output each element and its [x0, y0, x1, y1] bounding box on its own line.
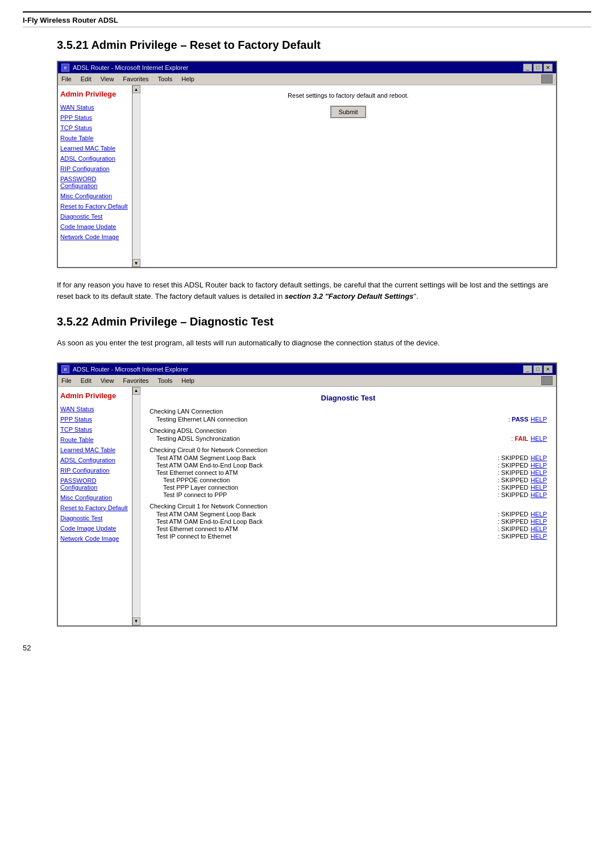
scroll-up-btn-1[interactable]: ▲ — [132, 85, 140, 93]
section1-paragraph-text: If for any reason you have to reset this… — [57, 281, 549, 301]
browser-menubar-items-2: File Edit View Favorites Tools Help — [61, 377, 194, 384]
sidebar-link-pwd-2[interactable]: PASSWORD Configuration — [60, 477, 138, 491]
sidebar-link-reset-1[interactable]: Reset to Factory Default — [60, 203, 138, 210]
diag-skipped-c0-2: SKIPPED — [501, 462, 529, 469]
diag-row-c0-4: Test PPPOE connection : SKIPPED HELP — [150, 477, 547, 483]
sidebar-link-network-2[interactable]: Network Code Image — [60, 535, 138, 542]
browser-title-text-2: ADSL Router - Microsoft Internet Explore… — [73, 366, 188, 373]
menu-view-1[interactable]: View — [101, 76, 114, 82]
diag-pass-lan: PASS — [512, 416, 528, 423]
menu-file-1[interactable]: File — [61, 76, 72, 82]
diag-status-c0-2: : SKIPPED — [483, 462, 528, 469]
diag-help-c0-2[interactable]: HELP — [530, 462, 547, 469]
menu-tools-2[interactable]: Tools — [158, 377, 173, 384]
minimize-btn-1[interactable]: _ — [523, 64, 532, 72]
sidebar-link-ppp-2[interactable]: PPP Status — [60, 416, 138, 423]
diag-row-c0-1: Test ATM OAM Segment Loop Back : SKIPPED… — [150, 454, 547, 461]
sidebar-link-route-1[interactable]: Route Table — [60, 135, 138, 141]
section2-intro: As soon as you enter the test program, a… — [57, 337, 557, 349]
diag-help-adsl[interactable]: HELP — [530, 435, 547, 442]
diag-row-c1-1: Test ATM OAM Segment Loop Back : SKIPPED… — [150, 511, 547, 518]
menu-tools-1[interactable]: Tools — [158, 76, 173, 82]
scroll-track-2 — [133, 395, 140, 617]
diag-row-c0-3: Test Ethernet connect to ATM : SKIPPED H… — [150, 469, 547, 476]
diag-status-c0-6: : SKIPPED — [483, 491, 528, 498]
sidebar-link-mac-2[interactable]: Learned MAC Table — [60, 446, 138, 453]
diag-help-c1-3[interactable]: HELP — [530, 525, 547, 532]
sidebar-link-rip-1[interactable]: RIP Configuration — [60, 165, 138, 172]
menu-help-2[interactable]: Help — [181, 377, 194, 384]
menu-favorites-1[interactable]: Favorites — [123, 76, 148, 82]
sidebar-link-route-2[interactable]: Route Table — [60, 436, 138, 443]
close-btn-1[interactable]: ✕ — [544, 64, 553, 72]
restore-btn-1[interactable]: □ — [533, 64, 542, 72]
browser-title-text-1: ADSL Router - Microsoft Internet Explore… — [73, 64, 188, 71]
diag-help-c1-4[interactable]: HELP — [530, 533, 547, 540]
menu-edit-2[interactable]: Edit — [81, 377, 92, 384]
diag-skipped-c1-2: SKIPPED — [501, 518, 529, 525]
sidebar-link-adsl-2[interactable]: ADSL Configuration — [60, 457, 138, 464]
menu-edit-1[interactable]: Edit — [81, 76, 92, 82]
sidebar-link-reset-2[interactable]: Reset to Factory Default — [60, 504, 138, 511]
sidebar-1: Admin Privilege WAN Status PPP Status TC… — [58, 85, 140, 267]
sidebar-link-diag-2[interactable]: Diagnostic Test — [60, 515, 138, 521]
diag-help-c1-2[interactable]: HELP — [530, 518, 547, 525]
section1-title: 3.5.21 Admin Privilege – Reset to Factor… — [57, 39, 591, 52]
minimize-btn-2[interactable]: _ — [523, 365, 532, 373]
scroll-down-btn-1[interactable]: ▼ — [132, 259, 140, 267]
sidebar-link-tcp-2[interactable]: TCP Status — [60, 426, 138, 433]
menu-help-1[interactable]: Help — [181, 76, 194, 82]
diag-skipped-c0-1: SKIPPED — [501, 454, 529, 461]
sidebar-link-code-1[interactable]: Code Image Update — [60, 223, 138, 230]
sidebar-scroll-2: ▲ ▼ — [132, 387, 140, 625]
browser-controls-2: _ □ ✕ — [523, 365, 553, 373]
sidebar-link-diag-1[interactable]: Diagnostic Test — [60, 213, 138, 220]
menu-view-2[interactable]: View — [101, 377, 114, 384]
diag-section-circuit1: Checking Circuit 1 for Network Connectio… — [150, 503, 547, 540]
submit-button[interactable]: Submit — [330, 106, 366, 118]
browser-menubar-2: File Edit View Favorites Tools Help — [58, 375, 556, 387]
diag-label-c0-1: Test ATM OAM Segment Loop Back — [156, 454, 483, 461]
diag-help-c0-6[interactable]: HELP — [530, 491, 547, 498]
scroll-up-btn-2[interactable]: ▲ — [132, 387, 140, 395]
diag-fail-adsl: FAIL — [515, 435, 528, 442]
sidebar-link-network-1[interactable]: Network Code Image — [60, 233, 138, 240]
page-wrapper: I-Fly Wireless Router ADSL 3.5.21 Admin … — [0, 0, 614, 675]
browser-titlebar-left-2: e ADSL Router - Microsoft Internet Explo… — [61, 365, 188, 373]
sidebar-link-wan-1[interactable]: WAN Status — [60, 104, 138, 111]
scroll-down-btn-2[interactable]: ▼ — [132, 617, 140, 625]
diag-skipped-c1-4: SKIPPED — [501, 533, 529, 540]
close-btn-2[interactable]: ✕ — [544, 365, 553, 373]
diag-row-c0-6: Test IP connect to PPP : SKIPPED HELP — [150, 491, 547, 498]
section2-intro-text: As soon as you enter the test program, a… — [57, 339, 439, 347]
diag-status-c1-1: : SKIPPED — [483, 511, 528, 518]
browser-content-1: Admin Privilege WAN Status PPP Status TC… — [58, 85, 556, 267]
diag-help-c0-5[interactable]: HELP — [530, 484, 547, 491]
diag-help-c1-1[interactable]: HELP — [530, 511, 547, 518]
sidebar-link-adsl-1[interactable]: ADSL Configuration — [60, 155, 138, 162]
sidebar-link-pwd-1[interactable]: PASSWORD Configuration — [60, 176, 138, 189]
sidebar-link-mac-1[interactable]: Learned MAC Table — [60, 145, 138, 152]
browser-controls-1: _ □ ✕ — [523, 64, 553, 72]
diag-row-c1-3: Test Ethernet connect to ATM : SKIPPED H… — [150, 525, 547, 532]
diag-help-c0-1[interactable]: HELP — [530, 454, 547, 461]
diag-help-lan[interactable]: HELP — [530, 416, 547, 423]
sidebar-link-misc-2[interactable]: Misc Configuration — [60, 494, 138, 501]
diag-label-lan: Testing Ethernet LAN connection — [156, 416, 483, 423]
sidebar-link-ppp-1[interactable]: PPP Status — [60, 114, 138, 121]
diag-label-c0-5: Test PPP Layer connection — [156, 484, 483, 491]
restore-btn-2[interactable]: □ — [533, 365, 542, 373]
sidebar-link-tcp-1[interactable]: TCP Status — [60, 124, 138, 131]
diag-help-c0-3[interactable]: HELP — [530, 469, 547, 476]
menu-file-2[interactable]: File — [61, 377, 72, 384]
diag-help-c0-4[interactable]: HELP — [530, 477, 547, 483]
diag-section-circuit0-title: Checking Circuit 0 for Network Connectio… — [150, 446, 547, 453]
sidebar-link-wan-2[interactable]: WAN Status — [60, 406, 138, 412]
sidebar-link-rip-2[interactable]: RIP Configuration — [60, 467, 138, 474]
browser-menubar-1: File Edit View Favorites Tools Help — [58, 73, 556, 85]
toolbar-icon-1 — [541, 74, 553, 84]
menu-favorites-2[interactable]: Favorites — [123, 377, 148, 384]
sidebar-link-code-2[interactable]: Code Image Update — [60, 525, 138, 532]
diag-skipped-c1-1: SKIPPED — [501, 511, 529, 518]
sidebar-link-misc-1[interactable]: Misc Configuration — [60, 193, 138, 199]
